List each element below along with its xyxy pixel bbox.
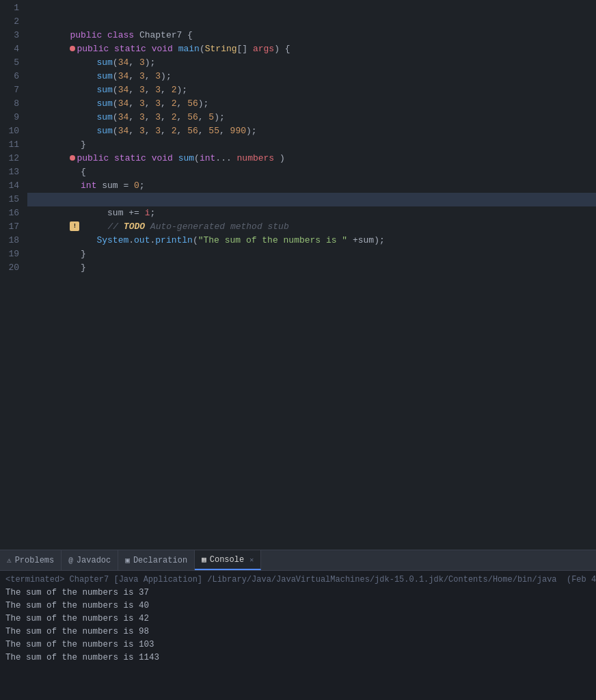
ln-2: 2 bbox=[0, 15, 19, 29]
tab-declaration[interactable]: ▣ Declaration bbox=[118, 550, 195, 570]
javadoc-icon: @ bbox=[68, 556, 73, 565]
code-line-6: sum(34, 3, 3, 2); bbox=[27, 70, 596, 83]
ln-11: 11 bbox=[0, 138, 19, 152]
declaration-icon: ▣ bbox=[125, 556, 130, 565]
ln-9: 9 bbox=[0, 111, 19, 124]
tab-console[interactable]: ▦ Console ✕ bbox=[195, 550, 261, 570]
console-close-icon[interactable]: ✕ bbox=[249, 556, 254, 564]
code-line-8: sum(34, 3, 3, 2, 56, 5); bbox=[27, 97, 596, 111]
ln-5: 5 bbox=[0, 56, 19, 70]
code-content[interactable]: public class Chapter7 { public static vo… bbox=[25, 0, 596, 550]
code-line-12: { bbox=[27, 152, 596, 165]
code-line-13: int sum = 0; bbox=[27, 165, 596, 179]
ln-12: 12 bbox=[0, 152, 19, 165]
console-output-line-2: The sum of the numbers is 40 bbox=[5, 600, 591, 612]
ln-8: 8 bbox=[0, 97, 19, 111]
code-line-20 bbox=[27, 261, 596, 275]
ln-10: 10 bbox=[0, 124, 19, 138]
code-line-7: sum(34, 3, 3, 2, 56); bbox=[27, 83, 596, 97]
tab-problems[interactable]: ⚠ Problems bbox=[0, 550, 62, 570]
code-container: 1 2 3 4 5 6 7 8 9 10 11 12 13 14 15 16 1… bbox=[0, 0, 596, 550]
tab-javadoc-label: Javadoc bbox=[77, 556, 111, 565]
code-line-16: ! // TODO Auto-generated method stub bbox=[27, 206, 596, 220]
console-output-line-6: The sum of the numbers is 1143 bbox=[5, 651, 591, 664]
code-line-5: sum(34, 3, 3); bbox=[27, 56, 596, 70]
tab-console-label: Console bbox=[210, 555, 244, 565]
ln-3: 3 bbox=[0, 29, 19, 42]
console-output-line-5: The sum of the numbers is 103 bbox=[5, 638, 591, 651]
console-icon: ▦ bbox=[202, 555, 206, 564]
console-output-line-3: The sum of the numbers is 42 bbox=[5, 612, 591, 625]
ln-4: 4 bbox=[0, 42, 19, 56]
ln-20: 20 bbox=[0, 261, 19, 275]
tab-javadoc[interactable]: @ Javadoc bbox=[62, 550, 118, 570]
code-line-10: } bbox=[27, 124, 596, 138]
console-output-line-4: The sum of the numbers is 98 bbox=[5, 625, 591, 638]
ln-6: 6 bbox=[0, 70, 19, 83]
ln-18: 18 bbox=[0, 234, 19, 247]
console-output: <terminated> Chapter7 [Java Application]… bbox=[0, 571, 596, 700]
code-line-4: sum(34, 3); bbox=[27, 42, 596, 56]
code-line-11: public static void sum(int... numbers ) bbox=[27, 138, 596, 152]
problems-icon: ⚠ bbox=[7, 556, 12, 565]
code-line-2: public class Chapter7 { bbox=[27, 15, 596, 29]
tab-declaration-label: Declaration bbox=[133, 556, 187, 565]
console-output-line-1: The sum of the numbers is 37 bbox=[5, 587, 591, 600]
ln-13: 13 bbox=[0, 165, 19, 179]
code-line-3: public static void main(String[] args) { bbox=[27, 29, 596, 42]
editor-area: 1 2 3 4 5 6 7 8 9 10 11 12 13 14 15 16 1… bbox=[0, 0, 596, 550]
ln-19: 19 bbox=[0, 247, 19, 261]
code-line-18: } bbox=[27, 234, 596, 247]
ln-1: 1 bbox=[0, 1, 19, 15]
ln-7: 7 bbox=[0, 83, 19, 97]
console-terminated-line: <terminated> Chapter7 [Java Application]… bbox=[5, 574, 591, 587]
code-line-1 bbox=[27, 1, 596, 15]
line-numbers: 1 2 3 4 5 6 7 8 9 10 11 12 13 14 15 16 1… bbox=[0, 0, 25, 550]
code-line-14: for (int i : numbers) bbox=[27, 179, 596, 193]
code-line-15: sum += i; bbox=[27, 193, 596, 206]
ln-17: 17 bbox=[0, 220, 19, 234]
code-line-9: sum(34, 3, 3, 2, 56, 55, 990); bbox=[27, 111, 596, 124]
ln-16: 16 bbox=[0, 206, 19, 220]
ln-14: 14 bbox=[0, 179, 19, 193]
code-line-17: System.out.println("The sum of the numbe… bbox=[27, 220, 596, 234]
code-line-19: } bbox=[27, 247, 596, 261]
ln-15: 15 bbox=[0, 193, 19, 206]
tabs-bar: ⚠ Problems @ Javadoc ▣ Declaration ▦ Con… bbox=[0, 550, 596, 571]
bottom-panel: ⚠ Problems @ Javadoc ▣ Declaration ▦ Con… bbox=[0, 550, 596, 700]
tab-problems-label: Problems bbox=[15, 556, 55, 565]
